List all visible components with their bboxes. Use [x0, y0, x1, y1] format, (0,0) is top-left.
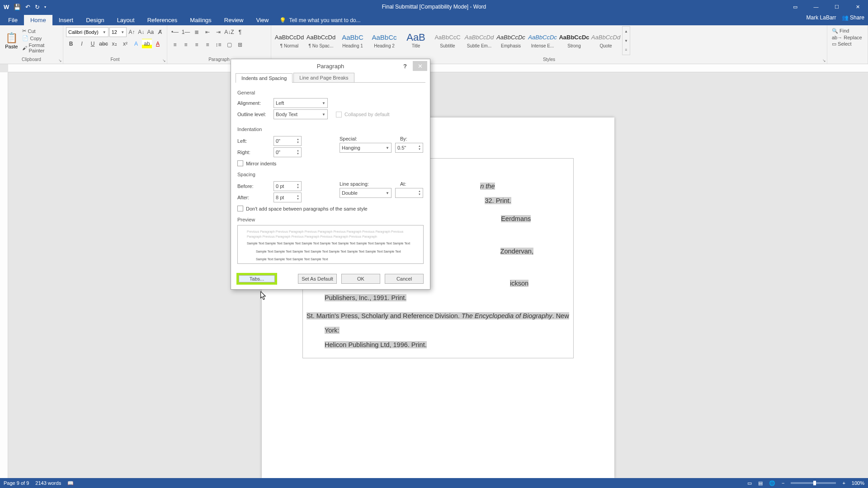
italic-button[interactable]: I	[77, 39, 87, 49]
save-icon[interactable]: 💾	[14, 4, 21, 10]
paste-button[interactable]: 📋 Paste	[3, 26, 20, 55]
align-center-button[interactable]: ≡	[181, 40, 191, 50]
right-indent-input[interactable]: 0"▲▼	[274, 147, 302, 157]
justify-button[interactable]: ≡	[203, 40, 212, 50]
spin-down-icon[interactable]: ▼	[297, 186, 299, 189]
undo-icon[interactable]: ↶	[25, 4, 30, 10]
bullets-button[interactable]: •―	[170, 27, 180, 37]
multilevel-button[interactable]: ≣	[192, 27, 202, 37]
share-button[interactable]: 👥 Share	[842, 14, 864, 21]
tab-insert[interactable]: Insert	[52, 15, 80, 25]
clear-format-button[interactable]: A̸	[156, 27, 164, 37]
horizontal-ruler[interactable]	[8, 64, 868, 72]
ok-button[interactable]: OK	[341, 274, 380, 284]
qat-dropdown-icon[interactable]: ▾	[44, 5, 46, 9]
style-no-spacing[interactable]: AaBbCcDd¶ No Spac...	[306, 26, 336, 53]
zoom-thumb[interactable]	[813, 481, 816, 485]
zoom-in-button[interactable]: +	[842, 480, 845, 486]
spin-down-icon[interactable]: ▼	[418, 148, 421, 151]
spin-down-icon[interactable]: ▼	[418, 193, 421, 196]
subscript-button[interactable]: x₂	[109, 39, 119, 49]
inc-indent-button[interactable]: ⇥	[213, 27, 223, 37]
underline-button[interactable]: U	[88, 39, 98, 49]
tab-references[interactable]: References	[141, 15, 184, 25]
tabs-button[interactable]: Tabs...	[237, 274, 276, 284]
spin-up-icon[interactable]: ▲	[297, 138, 299, 141]
select-button[interactable]: ▭ Select	[832, 41, 863, 47]
by-input[interactable]: 0.5"▲▼	[395, 143, 423, 153]
font-launcher-icon[interactable]: ↘	[162, 58, 166, 63]
spin-down-icon[interactable]: ▼	[297, 141, 299, 144]
highlight-button[interactable]: ab	[142, 39, 152, 49]
minimize-button[interactable]: —	[806, 0, 826, 14]
special-select[interactable]: Hanging▼	[340, 143, 392, 153]
numbering-button[interactable]: 1―	[181, 27, 191, 37]
cut-button[interactable]: ✂Cut	[22, 28, 60, 34]
borders-button[interactable]: ⊞	[235, 40, 245, 50]
dialog-close-button[interactable]: ✕	[413, 61, 427, 71]
showmarks-button[interactable]: ¶	[235, 27, 245, 37]
vertical-ruler[interactable]	[0, 72, 8, 478]
gallery-down-icon[interactable]: ▼	[623, 36, 630, 46]
tab-mailings[interactable]: Mailings	[184, 15, 218, 25]
zoom-level[interactable]: 100%	[852, 480, 864, 486]
word-count[interactable]: 2143 words	[35, 480, 61, 486]
superscript-button[interactable]: x²	[120, 39, 130, 49]
outline-select[interactable]: Body Text▼	[274, 109, 328, 119]
spin-up-icon[interactable]: ▲	[297, 149, 299, 152]
styles-launcher-icon[interactable]: ↘	[822, 58, 826, 63]
page-scroll[interactable]: Bibliogr xxxxxxxxxxxxxxxxxxxxxxxxxxxxxxx…	[8, 72, 868, 478]
format-painter-button[interactable]: 🖌Format Painter	[22, 42, 60, 53]
spin-up-icon[interactable]: ▲	[418, 190, 421, 193]
tab-indents-spacing[interactable]: Indents and Spacing	[236, 73, 292, 83]
spin-down-icon[interactable]: ▼	[297, 197, 299, 201]
tell-me-search[interactable]: 💡 Tell me what you want to do...	[279, 17, 360, 25]
dialog-titlebar[interactable]: Paragraph ? ✕	[231, 59, 430, 73]
line-spacing-select[interactable]: Double▼	[340, 188, 392, 198]
font-size-select[interactable]: 12▼	[109, 27, 127, 37]
tab-view[interactable]: View	[250, 15, 275, 25]
gallery-expand-icon[interactable]: ≡	[623, 45, 630, 55]
line-spacing-button[interactable]: ↕≡	[213, 40, 223, 50]
strike-button[interactable]: abc	[99, 39, 108, 49]
at-input[interactable]: ▲▼	[395, 188, 423, 198]
style-strong[interactable]: AaBbCcDcStrong	[559, 26, 590, 53]
print-layout-icon[interactable]: ▤	[758, 480, 763, 486]
spin-up-icon[interactable]: ▲	[418, 145, 421, 148]
tab-home[interactable]: Home	[24, 15, 52, 25]
bold-button[interactable]: B	[66, 39, 76, 49]
web-layout-icon[interactable]: 🌐	[769, 480, 775, 486]
set-default-button[interactable]: Set As Default	[298, 274, 337, 284]
before-input[interactable]: 0 pt▲▼	[274, 181, 302, 191]
tab-review[interactable]: Review	[218, 15, 250, 25]
font-name-select[interactable]: Calibri (Body)▼	[66, 27, 108, 37]
left-indent-input[interactable]: 0"▲▼	[274, 136, 302, 146]
copy-button[interactable]: 📄Copy	[22, 35, 60, 41]
read-mode-icon[interactable]: ▭	[747, 480, 752, 486]
tab-line-page-breaks[interactable]: Line and Page Breaks	[293, 73, 354, 82]
style-intense-emphasis[interactable]: AaBbCcDcIntense E...	[527, 26, 558, 53]
replace-button[interactable]: ab→ Replace	[832, 35, 863, 40]
gallery-up-icon[interactable]: ▲	[623, 27, 630, 36]
style-emphasis[interactable]: AaBbCcDcEmphasis	[495, 26, 526, 53]
ribbon-display-icon[interactable]: ▭	[785, 0, 806, 14]
zoom-out-button[interactable]: −	[782, 480, 784, 486]
spin-down-icon[interactable]: ▼	[297, 152, 299, 155]
font-color-button[interactable]: A	[153, 39, 163, 49]
close-button[interactable]: ✕	[847, 0, 868, 14]
find-button[interactable]: 🔍 Find	[832, 28, 863, 34]
shading-button[interactable]: ▢	[224, 40, 234, 50]
style-subtle-emphasis[interactable]: AaBbCcDdSubtle Em...	[464, 26, 495, 53]
spin-up-icon[interactable]: ▲	[297, 194, 299, 197]
style-heading1[interactable]: AaBbCHeading 1	[337, 26, 368, 53]
zoom-slider[interactable]	[791, 482, 836, 484]
cancel-button[interactable]: Cancel	[385, 274, 424, 284]
maximize-button[interactable]: ☐	[826, 0, 847, 14]
text-effects-button[interactable]: A	[131, 39, 141, 49]
dont-add-space-checkbox[interactable]: Don't add space between paragraphs of th…	[237, 206, 424, 211]
spin-up-icon[interactable]: ▲	[297, 183, 299, 186]
tab-layout[interactable]: Layout	[111, 15, 141, 25]
dialog-help-button[interactable]: ?	[399, 61, 411, 71]
proofing-icon[interactable]: 📖	[67, 480, 74, 486]
sort-button[interactable]: A↓Z	[224, 27, 234, 37]
